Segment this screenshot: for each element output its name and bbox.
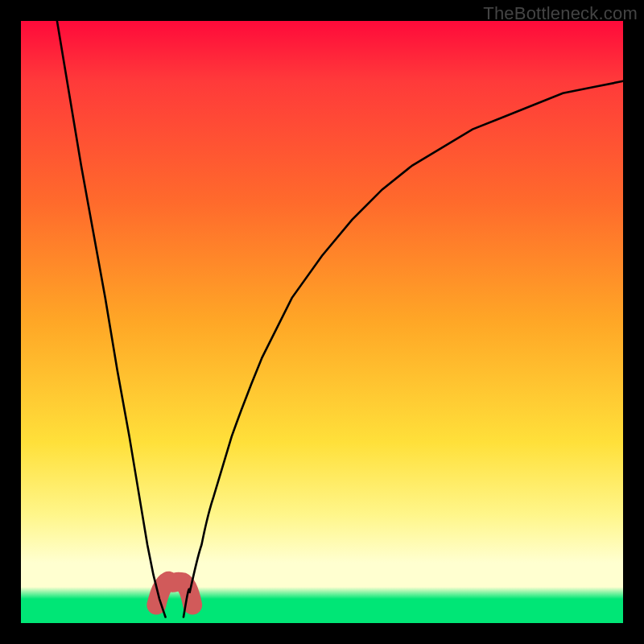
series-curve-left <box>57 21 166 617</box>
chart-plot-area <box>21 21 623 623</box>
chart-frame: TheBottleneck.com <box>0 0 644 644</box>
chart-svg <box>21 21 623 623</box>
series-curve-right <box>184 81 623 617</box>
watermark-text: TheBottleneck.com <box>483 3 638 24</box>
